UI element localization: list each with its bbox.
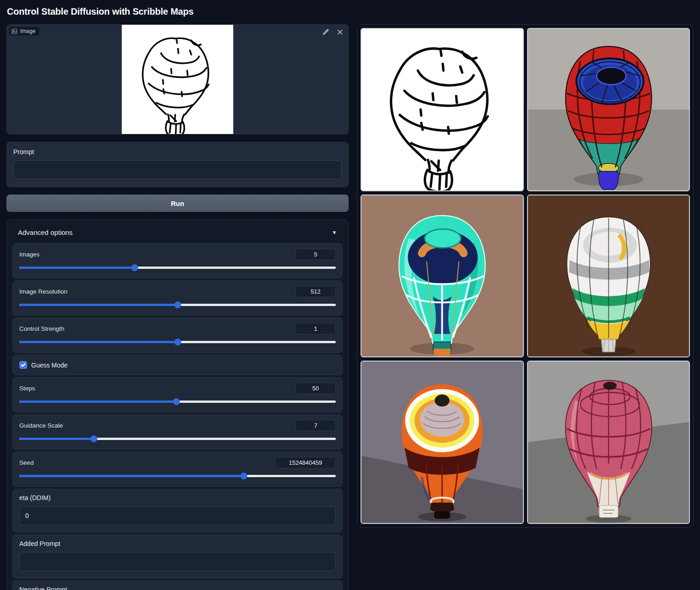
- image-resolution-label: Image Resolution: [19, 288, 67, 295]
- slider-block-seed: Seed: [12, 451, 343, 487]
- added-prompt-block: Added Prompt: [12, 534, 343, 579]
- gallery-item-scribble[interactable]: [361, 28, 524, 191]
- guidance-scale-value-input[interactable]: [295, 420, 336, 431]
- prompt-label: Prompt: [13, 148, 342, 156]
- slider-block-steps: Steps: [12, 377, 343, 412]
- slider-block-images: Images: [12, 243, 343, 278]
- edit-pencil-icon[interactable]: [322, 28, 329, 36]
- image-icon: [11, 28, 17, 34]
- clear-x-icon[interactable]: [336, 28, 344, 36]
- control-strength-value-input[interactable]: [295, 323, 336, 334]
- main-layout: Image: [6, 24, 694, 590]
- negative-prompt-block: Negative Prompt: [12, 580, 343, 590]
- left-column: Image: [6, 24, 349, 590]
- guess-mode-checkbox[interactable]: [19, 361, 27, 369]
- image-panel-actions: [322, 28, 344, 36]
- seed-slider[interactable]: [19, 473, 336, 479]
- added-prompt-label: Added Prompt: [19, 540, 336, 547]
- steps-slider[interactable]: [19, 398, 336, 405]
- advanced-options-panel: Advanced options ▼ Images Image Resoluti…: [6, 219, 349, 590]
- guidance-scale-slider[interactable]: [19, 435, 336, 442]
- eta-block: eta (DDIM): [12, 489, 343, 533]
- control-strength-slider[interactable]: [19, 339, 336, 345]
- steps-label: Steps: [19, 385, 35, 392]
- gallery-item-balloon-teal[interactable]: [361, 195, 524, 358]
- advanced-blocks: Images Image Resolution: [12, 243, 343, 590]
- prompt-panel: Prompt: [6, 142, 349, 187]
- slider-block-guidance-scale: Guidance Scale: [12, 414, 343, 450]
- guidance-scale-label: Guidance Scale: [19, 422, 63, 429]
- steps-value-input[interactable]: [295, 383, 336, 394]
- images-label: Images: [19, 251, 39, 258]
- images-value-input[interactable]: [295, 249, 336, 260]
- scribble-image[interactable]: [122, 25, 233, 134]
- image-input-panel[interactable]: Image: [6, 24, 349, 134]
- guess-mode-block: Guess Mode: [12, 355, 343, 375]
- gallery-item-balloon-white-green[interactable]: [527, 195, 690, 358]
- slider-block-control-strength: Control Strength: [12, 317, 343, 353]
- eta-label: eta (DDIM): [19, 494, 336, 501]
- gallery-item-balloon-orange-glow[interactable]: [361, 361, 524, 524]
- control-strength-label: Control Strength: [19, 325, 64, 332]
- seed-label: Seed: [19, 459, 34, 466]
- check-icon: [21, 362, 26, 367]
- image-resolution-slider[interactable]: [19, 301, 336, 308]
- added-prompt-input[interactable]: [19, 552, 336, 571]
- slider-block-image-resolution: Image Resolution: [12, 280, 343, 316]
- image-component-label-text: Image: [20, 28, 35, 34]
- eta-input[interactable]: [19, 506, 336, 525]
- advanced-options-header[interactable]: Advanced options ▼: [12, 225, 343, 243]
- guess-mode-label: Guess Mode: [31, 362, 67, 369]
- image-component-label: Image: [8, 26, 40, 36]
- result-gallery: [357, 24, 694, 528]
- image-resolution-value-input[interactable]: [295, 286, 336, 297]
- prompt-input[interactable]: [13, 160, 342, 179]
- collapse-caret-icon[interactable]: ▼: [332, 229, 337, 236]
- run-button[interactable]: Run: [6, 195, 349, 212]
- negative-prompt-label: Negative Prompt: [19, 586, 336, 590]
- advanced-options-title: Advanced options: [18, 228, 72, 236]
- seed-value-input[interactable]: [275, 457, 336, 468]
- gallery-item-balloon-pink[interactable]: [527, 361, 690, 524]
- images-slider[interactable]: [19, 264, 336, 271]
- page-title: Control Stable Diffusion with Scribble M…: [7, 6, 694, 17]
- gallery-item-balloon-red-blue[interactable]: [527, 28, 690, 191]
